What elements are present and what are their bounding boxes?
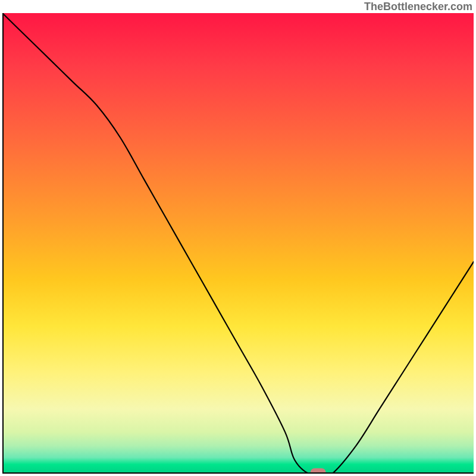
y-axis-line (2, 13, 4, 474)
x-axis-line (2, 472, 474, 474)
plot-area (2, 13, 474, 474)
bottleneck-curve (2, 13, 474, 474)
attribution-text: TheBottlenecker.com (364, 0, 472, 13)
chart-frame: TheBottlenecker.com (0, 0, 476, 476)
chart-svg (2, 13, 474, 474)
